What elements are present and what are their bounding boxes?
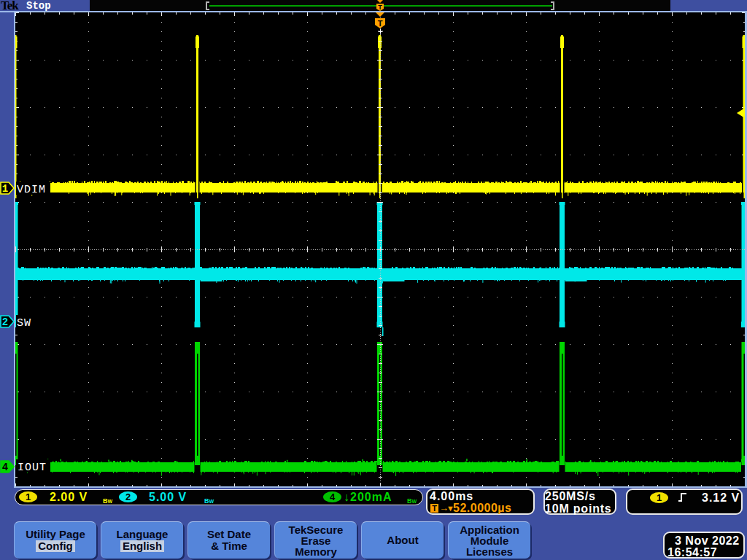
- svg-text:1: 1: [2, 183, 8, 195]
- svg-text:T: T: [378, 4, 382, 11]
- svg-text:VDIM: VDIM: [17, 184, 46, 196]
- svg-text:4: 4: [2, 462, 8, 473]
- svg-text:2: 2: [2, 316, 8, 328]
- svg-text:T: T: [378, 19, 383, 28]
- svg-text:IOUT: IOUT: [18, 462, 47, 474]
- svg-text:SW: SW: [17, 317, 31, 330]
